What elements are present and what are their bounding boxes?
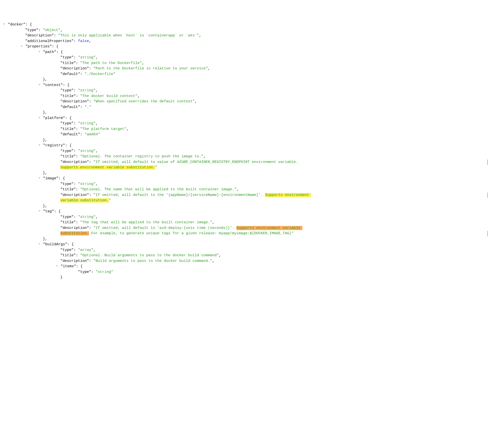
code-line: "description": "This is only applicable … [1,33,488,39]
code-line: "buildArgs": { [1,242,488,247]
token: , [96,182,98,186]
token: : [89,193,93,197]
token: : [74,121,78,126]
fold-arrow-icon[interactable] [38,84,40,85]
token: "array" [78,248,93,252]
token: "context" [43,83,63,87]
token: "docker" [8,22,25,27]
token: " [109,198,111,203]
token: "The platform target" [80,127,126,131]
token: variable substitution. [60,198,109,203]
token: "Path to the Dockerfile is relative to y… [93,66,208,71]
fold-arrow-icon[interactable] [3,23,5,25]
token: : [76,127,80,131]
token: : [54,33,58,38]
token: , [219,253,221,257]
token: : [91,270,96,274]
token: "object" [43,28,60,32]
token: "Optional. The container registry to pus… [80,154,203,159]
token: "type" [60,88,74,93]
token: : [74,215,78,219]
fold-arrow-icon[interactable] [38,51,40,53]
fold-arrow-icon[interactable] [38,117,40,118]
token: }, [43,138,47,142]
token: }, [43,77,47,82]
token: "string" [78,149,96,153]
token: "title" [60,127,76,131]
token: Supports environment variable [236,226,302,230]
token: "type" [25,28,38,32]
code-line: variable substitution." [1,198,488,203]
code-line: "type": "string", [1,88,488,94]
token: : [80,105,85,109]
code-line: "type": "string", [1,214,488,220]
code-line: "docker": { [1,22,488,28]
token: : [76,187,80,192]
token: "description" [60,99,89,104]
code-line: "default": "." [1,105,488,110]
code-line: "properties": { [1,44,488,50]
code-line: }, [1,171,488,176]
token: false [78,39,89,43]
token: "title" [60,61,76,65]
fold-arrow-icon[interactable] [38,177,40,179]
fold-arrow-icon[interactable] [21,45,23,47]
token: "type" [78,270,91,274]
token: "description" [60,193,89,197]
token: , [208,66,210,71]
token: "Optional. Build arguments to pass to th… [80,253,219,257]
token: , [137,94,140,98]
token: "title" [60,94,76,98]
token: : [74,149,78,153]
token: "description" [25,33,54,38]
code-line: "title": "The platform target", [1,127,488,132]
token: "registry" [43,143,65,148]
fold-arrow-icon[interactable] [38,144,40,146]
fold-arrow-icon[interactable] [56,265,58,267]
code-line: "type": "string", [1,181,488,187]
token: "items" [61,264,76,268]
code-line: "title": "The tag that will be applied t… [1,220,488,225]
token: : [76,154,80,159]
token: "This is only applicable when `host` is … [58,33,199,38]
code-line: } [1,275,488,280]
token: : { [25,22,32,27]
token: "string" [78,88,96,93]
token: "description" [60,160,89,164]
token: "description" [60,66,89,71]
token: : { [52,44,58,49]
token: , [212,220,214,224]
token: , [96,121,98,126]
token: "string" [78,55,96,60]
token: "If omitted, will default to the '{appNa… [93,193,265,197]
token: , [60,28,63,32]
token: , [126,127,129,131]
token: "When specified overrides the default co… [93,99,195,104]
token: "string" [78,182,96,186]
token: : [89,99,93,104]
token: "description" [60,259,89,263]
fold-arrow-icon[interactable] [38,243,40,245]
code-line: }, [1,77,488,83]
fold-arrow-icon[interactable] [38,210,40,212]
token: "default" [60,72,80,76]
token: , [195,99,197,104]
token: , [199,33,201,38]
code-line: "path": { [1,50,488,55]
code-line: "image": { [1,176,488,181]
token: : [76,61,80,65]
token: "tag" [43,209,54,213]
token: "type" [60,55,74,60]
token: : [76,253,80,257]
code-line: "registry": { [1,143,488,149]
code-line: "type": "string", [1,55,488,61]
token: "properties" [25,44,52,49]
token: "./Dockerfile" [85,72,115,76]
token: : [74,248,78,252]
token: "type" [60,215,74,219]
code-line: }, [1,138,488,143]
token: "type" [60,248,74,252]
token: "Optional. The name that will be applied… [80,187,236,192]
token: , [212,259,214,263]
code-line: "type": "array", [1,247,488,253]
